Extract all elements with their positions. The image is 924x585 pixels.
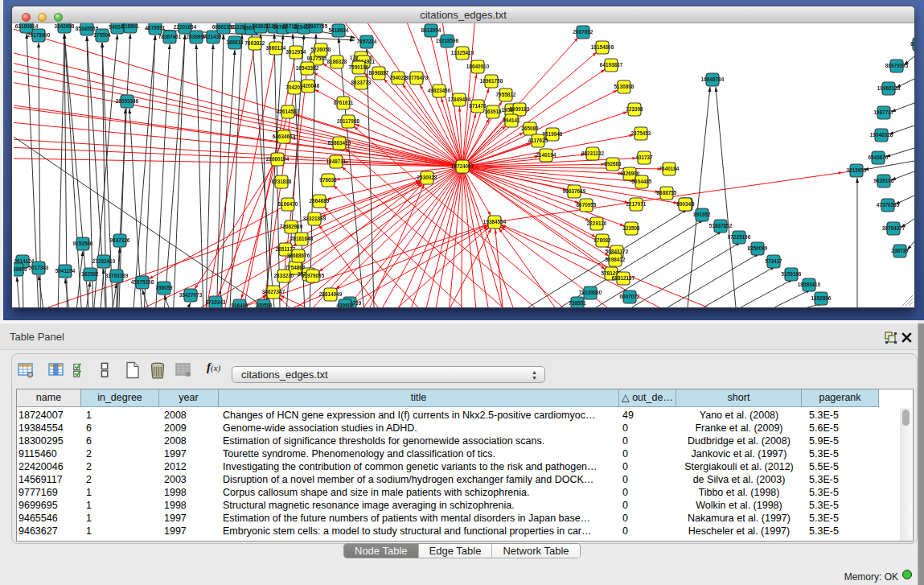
svg-text:518801: 518801 <box>121 23 139 29</box>
svg-text:2833230: 2833230 <box>274 273 294 278</box>
svg-text:13325419: 13325419 <box>451 50 474 56</box>
svg-text:8106470: 8106470 <box>278 201 298 207</box>
svg-text:738551: 738551 <box>569 300 586 306</box>
svg-text:7640184: 7640184 <box>659 166 680 171</box>
svg-text:64193837: 64193837 <box>600 62 623 68</box>
svg-text:375504: 375504 <box>93 32 111 38</box>
svg-text:4117625: 4117625 <box>528 138 548 143</box>
svg-text:30776478: 30776478 <box>405 75 429 80</box>
svg-text:8186328: 8186328 <box>327 59 347 64</box>
svg-text:94214382: 94214382 <box>202 34 225 39</box>
svg-text:78139880: 78139880 <box>579 290 602 295</box>
svg-text:1987737: 1987737 <box>874 109 894 115</box>
svg-text:6543670: 6543670 <box>869 154 889 160</box>
svg-text:34627347: 34627347 <box>262 289 285 295</box>
svg-text:163918: 163918 <box>484 109 502 114</box>
svg-text:8096887: 8096887 <box>369 70 389 76</box>
svg-text:22201654: 22201654 <box>174 24 197 30</box>
svg-text:8670955: 8670955 <box>577 202 597 208</box>
svg-text:4679591: 4679591 <box>146 25 166 31</box>
svg-text:323508: 323508 <box>622 225 640 231</box>
svg-text:88979095: 88979095 <box>885 63 909 68</box>
svg-text:3912954: 3912954 <box>286 49 306 55</box>
svg-text:6007072: 6007072 <box>620 294 640 299</box>
svg-text:2375453: 2375453 <box>631 130 651 136</box>
svg-text:16961758: 16961758 <box>480 78 503 84</box>
svg-text:97225156: 97225156 <box>728 234 751 240</box>
svg-text:2087652: 2087652 <box>573 29 593 35</box>
svg-text:573417: 573417 <box>765 258 782 264</box>
svg-text:891952: 891952 <box>693 212 711 217</box>
svg-text:49823450: 49823450 <box>428 88 451 93</box>
svg-text:8231838: 8231838 <box>272 179 292 184</box>
svg-text:2140194: 2140194 <box>536 152 556 158</box>
svg-text:18593410: 18593410 <box>798 282 821 287</box>
svg-text:2564689: 2564689 <box>310 198 330 204</box>
svg-text:18724007: 18724007 <box>451 163 474 169</box>
svg-text:680828: 680828 <box>910 41 914 47</box>
svg-text:19046318: 19046318 <box>870 132 893 138</box>
svg-text:692683: 692683 <box>604 161 622 167</box>
svg-text:9519948: 9519948 <box>543 131 563 137</box>
svg-text:17849494: 17849494 <box>448 97 471 102</box>
svg-text:16154808: 16154808 <box>591 44 614 50</box>
svg-text:704201: 704201 <box>285 84 303 90</box>
svg-text:63100814: 63100814 <box>15 23 39 29</box>
svg-text:5017343: 5017343 <box>29 265 49 270</box>
svg-text:26053346: 26053346 <box>116 98 139 104</box>
svg-text:19384554: 19384554 <box>483 219 507 225</box>
svg-text:72682989: 72682989 <box>280 224 303 229</box>
svg-text:5418934: 5418934 <box>329 27 349 33</box>
svg-text:51837852: 51837852 <box>709 223 733 229</box>
svg-text:45575298: 45575298 <box>131 279 154 285</box>
svg-text:75181648: 75181648 <box>290 236 314 241</box>
svg-text:9626108: 9626108 <box>874 178 894 183</box>
svg-text:8761611: 8761611 <box>334 100 354 105</box>
svg-text:83793389: 83793389 <box>105 273 129 278</box>
svg-text:265080: 265080 <box>521 126 539 131</box>
svg-text:2530023: 2530023 <box>417 175 437 180</box>
svg-text:9153566: 9153566 <box>73 241 93 246</box>
svg-text:27232410: 27232410 <box>92 258 116 264</box>
svg-text:96637649: 96637649 <box>563 188 586 194</box>
svg-text:70897765: 70897765 <box>305 23 328 29</box>
svg-text:690341: 690341 <box>676 201 694 207</box>
svg-text:7857224: 7857224 <box>357 39 377 44</box>
svg-text:5226058: 5226058 <box>311 47 331 52</box>
svg-text:1848731: 1848731 <box>326 159 347 164</box>
svg-text:7089806: 7089806 <box>14 266 27 272</box>
svg-text:431737: 431737 <box>635 154 653 160</box>
svg-text:29175900: 29175900 <box>27 32 51 38</box>
svg-text:64634663: 64634663 <box>273 134 296 139</box>
svg-text:5159166: 5159166 <box>782 271 802 277</box>
svg-text:238739: 238739 <box>891 248 909 253</box>
svg-text:32321899: 32321899 <box>303 216 326 221</box>
svg-text:166613: 166613 <box>226 39 244 45</box>
svg-text:182582: 182582 <box>81 271 99 277</box>
svg-text:916449: 916449 <box>231 303 248 307</box>
svg-text:38688676: 38688676 <box>287 253 310 258</box>
svg-text:22660194: 22660194 <box>266 156 290 162</box>
svg-text:871476: 871476 <box>469 103 487 109</box>
svg-text:7550190: 7550190 <box>349 64 369 70</box>
svg-text:8688755: 8688755 <box>657 190 677 196</box>
svg-text:47376585: 47376585 <box>877 202 900 208</box>
svg-text:38754377: 38754377 <box>882 225 906 231</box>
svg-text:68812137: 68812137 <box>612 275 635 281</box>
svg-text:3342608: 3342608 <box>55 23 75 29</box>
svg-text:439902: 439902 <box>336 303 354 307</box>
svg-text:2229110: 2229110 <box>587 220 607 226</box>
svg-text:3710343: 3710343 <box>206 299 226 305</box>
svg-text:20117988: 20117988 <box>337 118 360 124</box>
svg-text:100599: 100599 <box>255 303 273 307</box>
svg-text:42614537: 42614537 <box>277 109 300 114</box>
svg-text:1352896: 1352896 <box>811 295 832 301</box>
svg-text:28814949: 28814949 <box>319 291 343 297</box>
svg-text:10965138: 10965138 <box>877 85 901 91</box>
svg-text:85345555: 85345555 <box>76 26 99 31</box>
svg-text:723398: 723398 <box>626 106 643 112</box>
svg-text:9937326: 9937326 <box>110 237 130 243</box>
svg-text:16543382: 16543382 <box>296 65 319 71</box>
svg-text:18640910: 18640910 <box>466 64 490 69</box>
svg-text:83863413: 83863413 <box>328 140 351 146</box>
